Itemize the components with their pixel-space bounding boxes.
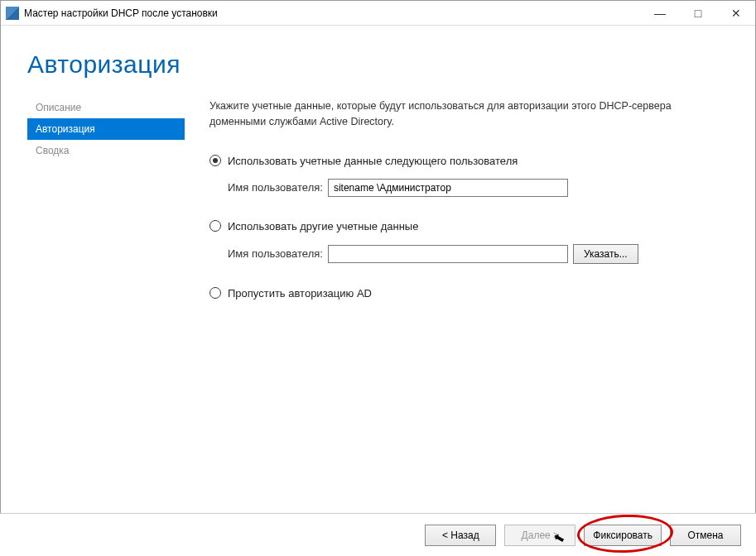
radio-skip-ad[interactable]: Пропустить авторизацию AD (209, 287, 730, 300)
content-pane: Укажите учетные данные, которые будут ис… (185, 97, 755, 486)
radio-other-creds[interactable]: Использовать другие учетные данные (209, 220, 730, 232)
window-controls: — □ ✕ (641, 1, 755, 26)
next-button: Далее > (504, 525, 575, 546)
sidebar: Описание Авторизация Сводка (27, 97, 185, 486)
titlebar: Мастер настройки DHCP после установки — … (1, 1, 755, 26)
username-input-current (328, 179, 568, 197)
close-icon: ✕ (731, 7, 741, 20)
maximize-button[interactable]: □ (679, 1, 717, 26)
username-input-other[interactable] (328, 245, 568, 263)
username-row-other: Имя пользователя: Указать... (209, 244, 730, 264)
app-icon (6, 7, 19, 20)
back-button[interactable]: < Назад (425, 525, 496, 546)
sidebar-item-summary[interactable]: Сводка (27, 140, 185, 161)
radio-label: Пропустить авторизацию AD (228, 287, 372, 300)
page-title: Авторизация (27, 50, 755, 79)
maximize-icon: □ (695, 7, 701, 20)
specify-button[interactable]: Указать... (573, 244, 638, 264)
username-label: Имя пользователя: (228, 181, 323, 194)
sidebar-item-authorization[interactable]: Авторизация (27, 118, 185, 140)
minimize-icon: — (654, 7, 666, 20)
radio-label: Использовать другие учетные данные (228, 220, 418, 232)
radio-icon (209, 220, 221, 232)
footer-buttons: < Назад Далее > Фиксировать Отмена (0, 513, 756, 556)
page-header: Авторизация (1, 26, 755, 97)
window-title: Мастер настройки DHCP после установки (24, 7, 641, 19)
radio-icon (209, 287, 221, 299)
radio-label: Использовать учетные данные следующего п… (228, 155, 518, 167)
close-button[interactable]: ✕ (717, 1, 755, 26)
commit-button[interactable]: Фиксировать (584, 525, 662, 546)
minimize-button[interactable]: — (641, 1, 679, 26)
sidebar-item-description[interactable]: Описание (27, 97, 185, 118)
cancel-button[interactable]: Отмена (670, 525, 741, 546)
username-row-current: Имя пользователя: (209, 179, 730, 197)
radio-current-user[interactable]: Использовать учетные данные следующего п… (209, 155, 730, 167)
radio-icon (209, 155, 221, 166)
option-other-creds: Использовать другие учетные данные Имя п… (209, 220, 730, 264)
option-current-user: Использовать учетные данные следующего п… (209, 155, 730, 197)
intro-text: Укажите учетные данные, которые будут ис… (209, 98, 730, 130)
option-skip-ad: Пропустить авторизацию AD (209, 287, 730, 300)
username-label: Имя пользователя: (228, 247, 323, 260)
body-area: Описание Авторизация Сводка Укажите учет… (1, 97, 755, 486)
